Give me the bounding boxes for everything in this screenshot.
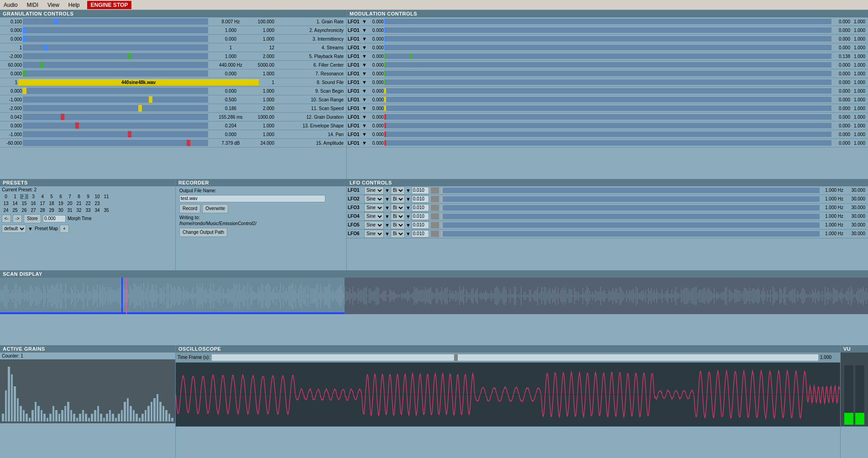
preset-num-31[interactable]: 31 xyxy=(66,208,74,213)
nav-prev-button[interactable]: <- xyxy=(2,215,11,223)
preset-num-33[interactable]: 33 xyxy=(84,208,92,213)
preset-num-4[interactable]: 4 xyxy=(38,194,47,199)
mod-dropdown-11[interactable]: ▼ xyxy=(362,114,367,120)
preset-num-8[interactable]: 8 xyxy=(75,194,83,199)
preset-num-22[interactable]: 22 xyxy=(84,201,92,206)
mod-dropdown-10[interactable]: ▼ xyxy=(362,105,367,111)
lfo-mini-slider-5[interactable] xyxy=(431,231,439,237)
lfo-mini-slider-4[interactable] xyxy=(431,222,439,228)
lfo-slider-5[interactable] xyxy=(441,231,820,237)
lfo-slider-2[interactable] xyxy=(441,205,820,211)
preset-num-17[interactable]: 17 xyxy=(38,201,47,206)
mod-dropdown-4[interactable]: ▼ xyxy=(362,53,367,59)
store-button[interactable]: Store xyxy=(24,214,41,223)
preset-num-34[interactable]: 34 xyxy=(93,208,101,213)
mod-slider-0[interactable] xyxy=(384,19,831,24)
preset-map-add-button[interactable]: + xyxy=(60,225,69,233)
preset-num-16[interactable]: 16 xyxy=(29,201,37,206)
preset-num-2[interactable]: 2 xyxy=(20,194,28,199)
mod-slider-7[interactable] xyxy=(384,79,831,85)
output-file-input[interactable] xyxy=(179,195,325,202)
preset-map-select[interactable]: default xyxy=(2,225,26,233)
time-frame-slider[interactable] xyxy=(212,354,818,361)
mod-slider-2[interactable] xyxy=(384,36,831,42)
preset-num-26[interactable]: 26 xyxy=(20,208,28,213)
gran-slider-3[interactable] xyxy=(23,44,208,51)
preset-num-25[interactable]: 25 xyxy=(11,208,19,213)
gran-slider-1[interactable] xyxy=(23,27,208,33)
mod-slider-3[interactable] xyxy=(384,45,831,50)
lfo-wave-select-5[interactable]: Sine xyxy=(364,230,384,238)
mod-dropdown-2[interactable]: ▼ xyxy=(362,36,367,42)
preset-num-14[interactable]: 14 xyxy=(11,201,19,206)
mod-dropdown-14[interactable]: ▼ xyxy=(362,140,367,146)
gran-slider-6[interactable] xyxy=(23,70,208,77)
preset-num-29[interactable]: 29 xyxy=(47,208,56,213)
gran-slider-5[interactable] xyxy=(23,62,208,68)
preset-num-35[interactable]: 35 xyxy=(102,208,110,213)
mod-dropdown-7[interactable]: ▼ xyxy=(362,79,367,85)
record-button[interactable]: Record xyxy=(179,204,200,213)
mod-dropdown-1[interactable]: ▼ xyxy=(362,27,367,33)
preset-num-11[interactable]: 11 xyxy=(102,194,110,199)
lfo-freq-input-2[interactable] xyxy=(412,204,429,211)
store-value-input[interactable] xyxy=(43,215,66,222)
lfo-freq-input-4[interactable] xyxy=(412,221,429,229)
gran-slider-10[interactable] xyxy=(23,105,208,111)
preset-num-7[interactable]: 7 xyxy=(66,194,74,199)
lfo-wave-select-1[interactable]: Sine xyxy=(364,195,384,203)
preset-num-28[interactable]: 28 xyxy=(38,208,47,213)
mod-dropdown-3[interactable]: ▼ xyxy=(362,45,367,50)
preset-num-5[interactable]: 5 xyxy=(47,194,56,199)
menu-view[interactable]: View xyxy=(46,1,61,9)
lfo-mini-slider-2[interactable] xyxy=(431,205,439,211)
preset-num-19[interactable]: 19 xyxy=(57,201,65,206)
preset-num-15[interactable]: 15 xyxy=(20,201,28,206)
lfo-polarity-select-0[interactable]: Bi xyxy=(391,186,405,195)
lfo-mini-slider-3[interactable] xyxy=(431,213,439,220)
mod-dropdown-13[interactable]: ▼ xyxy=(362,132,367,137)
mod-dropdown-5[interactable]: ▼ xyxy=(362,62,367,68)
preset-num-3[interactable]: 3 xyxy=(29,194,37,199)
lfo-wave-select-2[interactable]: Sine xyxy=(364,204,384,212)
lfo-polarity-select-4[interactable]: Bi xyxy=(391,221,405,229)
gran-slider-8[interactable] xyxy=(23,88,208,94)
mod-slider-10[interactable] xyxy=(384,105,831,111)
gran-slider-9[interactable] xyxy=(23,96,208,103)
gran-slider-11[interactable] xyxy=(23,114,208,120)
preset-num-32[interactable]: 32 xyxy=(75,208,83,213)
menu-audio[interactable]: Audio xyxy=(2,1,20,9)
gran-slider-0[interactable] xyxy=(23,18,208,25)
mod-slider-1[interactable] xyxy=(384,27,831,33)
mod-slider-8[interactable] xyxy=(384,88,831,94)
lfo-freq-input-0[interactable] xyxy=(412,187,429,194)
change-output-path-button[interactable]: Change Output Path xyxy=(179,228,227,237)
preset-num-20[interactable]: 20 xyxy=(66,201,74,206)
lfo-freq-input-3[interactable] xyxy=(412,213,429,220)
gran-slider-4[interactable] xyxy=(23,53,208,59)
lfo-mini-slider-0[interactable] xyxy=(431,187,439,194)
preset-num-13[interactable]: 13 xyxy=(2,201,10,206)
mod-slider-5[interactable] xyxy=(384,62,831,68)
engine-stop-button[interactable]: ENGINE STOP xyxy=(87,1,132,9)
preset-num-0[interactable]: 0 xyxy=(2,194,10,199)
mod-slider-6[interactable] xyxy=(384,71,831,76)
mod-slider-12[interactable] xyxy=(384,123,831,128)
gran-slider-14[interactable] xyxy=(23,140,208,146)
mod-slider-9[interactable] xyxy=(384,97,831,102)
mod-dropdown-8[interactable]: ▼ xyxy=(362,88,367,94)
menu-help[interactable]: Help xyxy=(67,1,82,9)
preset-num-27[interactable]: 27 xyxy=(29,208,37,213)
preset-num-30[interactable]: 30 xyxy=(57,208,65,213)
lfo-polarity-select-2[interactable]: Bi xyxy=(391,204,405,212)
preset-num-1[interactable]: 1 xyxy=(11,194,19,199)
gran-slider-12[interactable] xyxy=(23,122,208,129)
mod-slider-11[interactable] xyxy=(384,114,831,120)
mod-dropdown-12[interactable]: ▼ xyxy=(362,123,367,128)
preset-num-21[interactable]: 21 xyxy=(75,201,83,206)
mod-slider-13[interactable] xyxy=(384,132,831,137)
preset-num-10[interactable]: 10 xyxy=(93,194,101,199)
lfo-slider-0[interactable] xyxy=(441,188,820,193)
overwrite-button[interactable]: Overwrite xyxy=(202,204,228,213)
gran-slider-13[interactable] xyxy=(23,131,208,137)
